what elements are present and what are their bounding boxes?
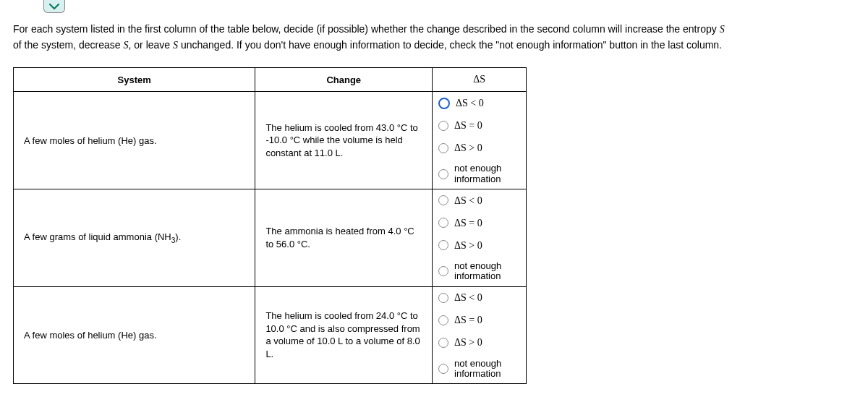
radio-checked-icon <box>438 98 450 109</box>
radio-icon <box>438 195 448 205</box>
header-change: Change <box>255 68 433 92</box>
expand-toggle[interactable] <box>43 0 65 13</box>
option-ds-lt[interactable]: ΔS < 0 <box>433 189 526 212</box>
option-ds-gt[interactable]: ΔS > 0 <box>433 234 526 257</box>
option-ds-eq[interactable]: ΔS = 0 <box>433 310 526 332</box>
option-ds-eq[interactable]: ΔS = 0 <box>433 114 526 137</box>
radio-icon <box>438 240 448 250</box>
change-cell: The ammonia is heated from 4.0 °C to 56.… <box>255 189 433 286</box>
change-cell: The helium is cooled from 43.0 °C to -10… <box>255 92 433 189</box>
option-label: ΔS < 0 <box>454 292 482 303</box>
option-ds-eq[interactable]: ΔS = 0 <box>433 212 526 234</box>
chevron-down-icon <box>49 3 59 10</box>
option-label: ΔS > 0 <box>454 142 482 153</box>
option-label: ΔS = 0 <box>454 218 482 229</box>
option-ds-lt[interactable]: ΔS < 0 <box>433 92 526 114</box>
option-label: not enoughinformation <box>454 163 501 184</box>
option-nei[interactable]: not enoughinformation <box>433 354 526 384</box>
entropy-symbol: S <box>124 40 129 51</box>
entropy-symbol: S <box>173 40 178 51</box>
radio-icon <box>438 266 448 276</box>
option-label: not enoughinformation <box>454 261 501 282</box>
prompt-text: , or leave <box>129 39 173 51</box>
radio-icon <box>438 121 448 131</box>
header-system: System <box>14 68 255 92</box>
prompt-text: unchanged. If you don't have enough info… <box>178 39 722 51</box>
option-label: ΔS = 0 <box>454 315 482 325</box>
prompt-text: of the system, decrease <box>13 39 124 51</box>
entropy-table: System Change ΔS A few moles of helium (… <box>13 67 527 384</box>
table-row: A few moles of helium (He) gas. The heli… <box>14 92 527 189</box>
change-cell: The helium is cooled from 24.0 °C to 10.… <box>255 286 433 384</box>
option-label: not enoughinformation <box>454 359 501 380</box>
radio-icon <box>438 169 448 179</box>
header-ds: ΔS <box>433 68 527 92</box>
system-cell: A few grams of liquid ammonia (NH3). <box>14 189 255 286</box>
option-label: ΔS = 0 <box>454 120 482 131</box>
table-row: A few grams of liquid ammonia (NH3). The… <box>14 189 527 286</box>
option-ds-gt[interactable]: ΔS > 0 <box>433 332 526 354</box>
radio-icon <box>438 364 448 374</box>
radio-icon <box>438 143 448 153</box>
question-prompt: For each system listed in the first colu… <box>0 13 868 60</box>
system-cell: A few moles of helium (He) gas. <box>14 286 255 384</box>
prompt-text: For each system listed in the first colu… <box>13 23 720 35</box>
entropy-symbol: S <box>720 24 725 35</box>
radio-icon <box>438 218 448 228</box>
option-ds-gt[interactable]: ΔS > 0 <box>433 137 526 159</box>
radio-icon <box>438 338 448 348</box>
options-cell: ΔS < 0 ΔS = 0 ΔS > 0 not enoughinformati… <box>433 92 527 189</box>
options-cell: ΔS < 0 ΔS = 0 ΔS > 0 not enoughinformati… <box>433 189 527 286</box>
system-cell: A few moles of helium (He) gas. <box>14 92 255 189</box>
option-label: ΔS > 0 <box>454 337 482 348</box>
option-label: ΔS < 0 <box>456 98 484 108</box>
option-label: ΔS > 0 <box>454 240 482 251</box>
options-cell: ΔS < 0 ΔS = 0 ΔS > 0 not enoughinformati… <box>433 286 527 384</box>
option-ds-lt[interactable]: ΔS < 0 <box>433 287 526 310</box>
option-label: ΔS < 0 <box>454 195 482 206</box>
option-nei[interactable]: not enoughinformation <box>433 257 526 286</box>
radio-icon <box>438 293 448 303</box>
table-row: A few moles of helium (He) gas. The heli… <box>14 286 527 384</box>
table-header-row: System Change ΔS <box>14 68 527 92</box>
option-nei[interactable]: not enoughinformation <box>433 159 526 189</box>
radio-icon <box>438 315 448 325</box>
